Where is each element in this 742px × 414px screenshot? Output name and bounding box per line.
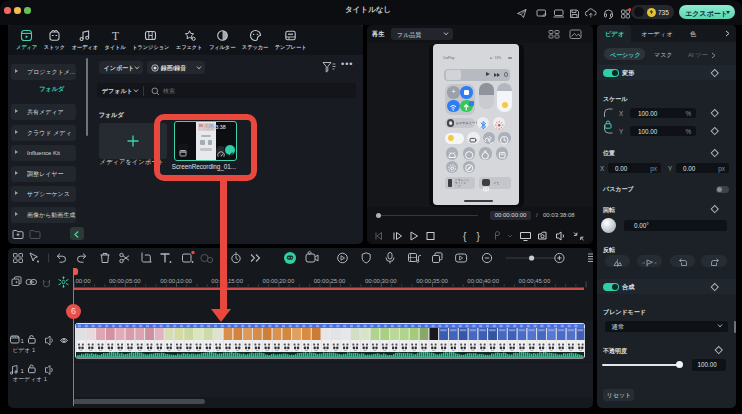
svg-text:00:00:20:00: 00:00:20:00 bbox=[263, 278, 295, 284]
svg-text:ビデオ 1: ビデオ 1 bbox=[13, 347, 36, 354]
svg-text:T: T bbox=[112, 30, 119, 42]
svg-text:00:00: 00:00 bbox=[76, 278, 92, 284]
svg-text:00:00:35:00: 00:00:35:00 bbox=[416, 278, 448, 284]
svg-text:1: 1 bbox=[21, 338, 25, 344]
svg-text:00:00:45:00: 00:00:45:00 bbox=[519, 278, 551, 284]
svg-text:オーディオ 1: オーディオ 1 bbox=[13, 376, 47, 383]
svg-text:00:00:10:00: 00:00:10:00 bbox=[160, 278, 192, 284]
svg-text:00:00:40:00: 00:00:40:00 bbox=[467, 278, 499, 284]
svg-text:00:00:05:00: 00:00:05:00 bbox=[109, 278, 141, 284]
svg-text:1: 1 bbox=[21, 368, 25, 374]
svg-text:00:00:15:00: 00:00:15:00 bbox=[211, 278, 243, 284]
svg-text:{: { bbox=[463, 231, 467, 242]
svg-text:00:00:30:00: 00:00:30:00 bbox=[365, 278, 397, 284]
svg-text:}: } bbox=[477, 231, 481, 242]
svg-text:00:00:25:00: 00:00:25:00 bbox=[314, 278, 346, 284]
